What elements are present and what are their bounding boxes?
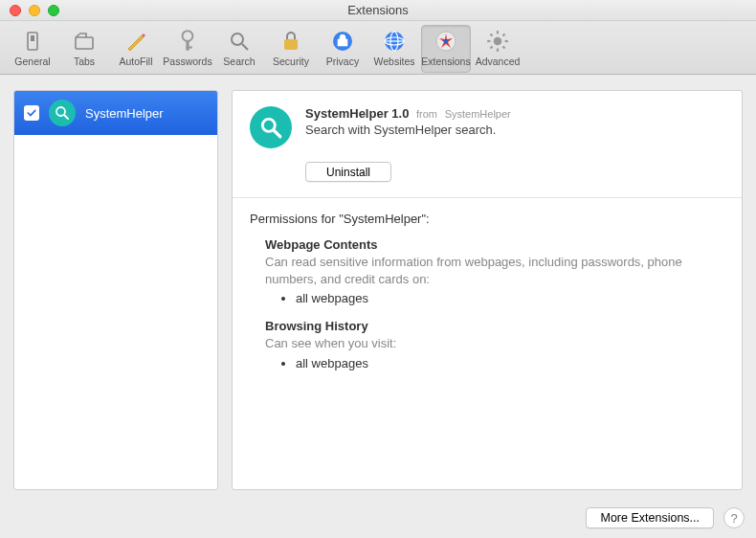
svg-point-3 <box>183 31 193 41</box>
tab-general[interactable]: General <box>8 25 57 73</box>
permissions-title: Permissions for "SystemHelper": <box>250 212 724 226</box>
permission-browsing-history: Browsing History Can see when you visit:… <box>250 319 724 370</box>
svg-line-24 <box>490 46 492 48</box>
svg-rect-4 <box>186 40 189 51</box>
preferences-toolbar: General Tabs AutoFill Passwords Search <box>0 21 756 75</box>
detail-author: SystemHelper <box>445 108 511 120</box>
uninstall-button[interactable]: Uninstall <box>305 162 391 182</box>
svg-line-23 <box>502 46 504 48</box>
tabs-icon <box>72 29 97 54</box>
svg-line-25 <box>502 34 504 35</box>
tab-extensions[interactable]: Extensions <box>421 25 471 73</box>
window-controls <box>10 5 59 16</box>
detail-title-block: SystemHelper 1.0 from SystemHelper Searc… <box>305 106 511 148</box>
extensions-icon <box>434 29 458 54</box>
svg-rect-2 <box>76 37 93 49</box>
autofill-icon <box>123 29 148 54</box>
permission-body: Can read sensitive information from webp… <box>265 254 724 287</box>
svg-line-7 <box>242 44 248 50</box>
permission-body: Can see when you visit: <box>265 335 724 352</box>
permission-webpage-contents: Webpage Contents Can read sensitive info… <box>250 237 724 305</box>
permission-heading: Browsing History <box>265 319 724 333</box>
window-title: Extensions <box>347 3 409 17</box>
tab-websites[interactable]: Websites <box>369 25 419 73</box>
minimize-icon[interactable] <box>29 5 40 16</box>
svg-line-22 <box>490 34 492 35</box>
permission-bullet: all webpages <box>296 356 724 370</box>
tab-privacy[interactable]: Privacy <box>318 25 367 73</box>
svg-point-6 <box>232 34 243 45</box>
detail-description: Search with SystemHelper search. <box>305 123 511 137</box>
extension-enabled-checkbox[interactable] <box>24 105 39 121</box>
tab-security[interactable]: Security <box>266 25 316 73</box>
zoom-icon[interactable] <box>48 5 59 16</box>
detail-title: SystemHelper 1.0 from SystemHelper <box>305 106 511 121</box>
extension-name-label: SystemHelper <box>85 106 164 121</box>
tab-search[interactable]: Search <box>214 25 264 73</box>
svg-line-27 <box>64 115 68 119</box>
tab-tabs[interactable]: Tabs <box>59 25 109 73</box>
extensions-list: SystemHelper <box>13 90 218 490</box>
privacy-icon <box>330 29 355 54</box>
divider <box>233 197 742 198</box>
permission-bullets: all webpages <box>265 291 724 305</box>
close-icon[interactable] <box>10 5 21 16</box>
svg-rect-5 <box>186 46 192 48</box>
tab-passwords[interactable]: Passwords <box>163 25 212 73</box>
extension-icon <box>49 100 76 126</box>
svg-point-17 <box>494 37 502 46</box>
svg-rect-8 <box>284 39 298 50</box>
titlebar: Extensions <box>0 0 756 21</box>
svg-rect-1 <box>31 35 34 41</box>
detail-name: SystemHelper 1.0 <box>305 106 409 121</box>
security-icon <box>278 29 303 54</box>
tab-advanced[interactable]: Advanced <box>473 25 523 73</box>
detail-extension-icon <box>250 106 292 148</box>
search-icon <box>227 29 252 54</box>
permission-bullets: all webpages <box>265 356 724 370</box>
websites-icon <box>382 29 407 54</box>
general-icon <box>20 29 45 54</box>
footer: More Extensions... ? <box>0 498 756 538</box>
detail-header: SystemHelper 1.0 from SystemHelper Searc… <box>250 106 724 148</box>
permission-heading: Webpage Contents <box>265 237 724 252</box>
passwords-icon <box>175 29 200 54</box>
permission-bullet: all webpages <box>296 291 724 305</box>
tab-autofill[interactable]: AutoFill <box>111 25 161 73</box>
more-extensions-button[interactable]: More Extensions... <box>586 507 714 528</box>
extension-detail-panel: SystemHelper 1.0 from SystemHelper Searc… <box>232 90 743 490</box>
extension-row-systemhelper[interactable]: SystemHelper <box>14 91 217 135</box>
detail-from-prefix: from <box>416 108 437 120</box>
preferences-window: Extensions General Tabs AutoFill Pa <box>0 0 756 538</box>
svg-line-29 <box>274 130 280 137</box>
content-area: SystemHelper SystemHelper 1.0 from Syste… <box>0 75 756 498</box>
help-button[interactable]: ? <box>723 507 745 528</box>
svg-point-16 <box>444 39 448 43</box>
advanced-icon <box>485 29 510 54</box>
